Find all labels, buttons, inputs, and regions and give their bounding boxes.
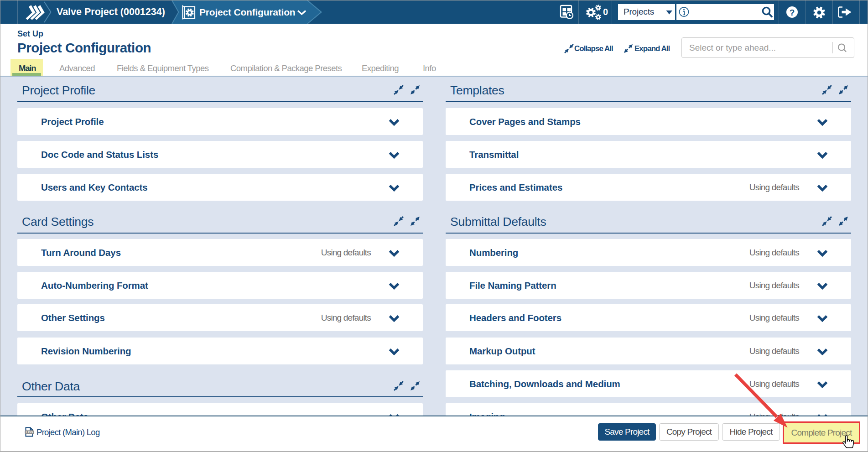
svg-text:?: ? bbox=[790, 8, 795, 17]
svg-text:LOG: LOG bbox=[26, 430, 33, 434]
